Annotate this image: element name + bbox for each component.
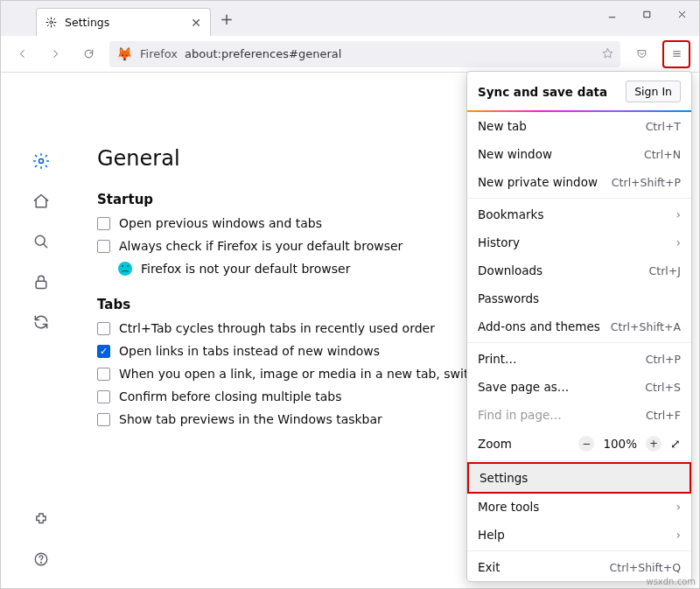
help-icon[interactable] xyxy=(32,550,51,569)
svg-line-11 xyxy=(44,244,47,248)
url-text: about:preferences#general xyxy=(185,47,595,60)
new-tab-button[interactable]: + xyxy=(214,10,239,28)
pocket-icon[interactable] xyxy=(629,42,654,67)
sync-row: Sync and save data Sign In xyxy=(467,72,691,112)
app-menu-button[interactable] xyxy=(664,42,689,67)
close-button[interactable] xyxy=(664,1,699,27)
titlebar: Settings ✕ + xyxy=(1,1,699,36)
menu-addons[interactable]: Add-ons and themesCtrl+Shift+A xyxy=(467,312,691,340)
url-bar[interactable]: 🦊 Firefox about:preferences#general xyxy=(109,41,620,67)
zoom-value: 100% xyxy=(603,437,637,451)
menu-new-tab[interactable]: New tabCtrl+T xyxy=(467,112,691,140)
menu-settings[interactable]: Settings xyxy=(467,462,691,494)
sad-face-icon xyxy=(118,262,132,276)
window-controls xyxy=(594,1,699,27)
zoom-out-button[interactable]: − xyxy=(578,436,594,452)
menu-find-in-page: Find in page…Ctrl+F xyxy=(467,401,691,429)
tab-close-icon[interactable]: ✕ xyxy=(191,16,201,30)
extensions-icon[interactable] xyxy=(32,509,51,529)
menu-bookmarks[interactable]: Bookmarks› xyxy=(467,200,691,228)
maximize-button[interactable] xyxy=(629,1,664,27)
preferences-sidebar xyxy=(1,73,81,588)
lock-icon[interactable] xyxy=(32,272,51,291)
app-menu-button-highlight xyxy=(662,40,690,68)
bookmark-star-icon[interactable] xyxy=(602,47,613,61)
svg-point-9 xyxy=(39,159,44,164)
chevron-right-icon: › xyxy=(676,528,681,542)
url-prefix: Firefox xyxy=(140,47,178,60)
svg-rect-12 xyxy=(36,281,46,288)
back-button[interactable] xyxy=(10,42,34,67)
firefox-icon: 🦊 xyxy=(116,46,133,62)
menu-save-page[interactable]: Save page as…Ctrl+S xyxy=(467,373,691,401)
menu-print[interactable]: Print…Ctrl+P xyxy=(467,345,691,373)
menu-new-window[interactable]: New windowCtrl+N xyxy=(467,140,691,168)
zoom-in-button[interactable]: + xyxy=(646,436,662,452)
fullscreen-icon[interactable]: ⤢ xyxy=(670,437,681,451)
sync-label: Sync and save data xyxy=(478,85,607,99)
navigation-toolbar: 🦊 Firefox about:preferences#general xyxy=(1,36,699,73)
svg-rect-2 xyxy=(644,11,650,18)
menu-help[interactable]: Help› xyxy=(467,521,691,549)
firefox-window: Settings ✕ + 🦊 Firefox about:preferences… xyxy=(0,0,700,589)
reload-button[interactable] xyxy=(76,42,101,67)
svg-point-14 xyxy=(41,562,42,563)
menu-zoom: Zoom − 100% + ⤢ xyxy=(467,429,691,459)
forward-button[interactable] xyxy=(43,42,67,67)
watermark: wsxdn.com xyxy=(646,577,696,586)
svg-point-0 xyxy=(50,20,52,23)
app-menu-panel: Sync and save data Sign In New tabCtrl+T… xyxy=(466,71,692,582)
minimize-button[interactable] xyxy=(594,1,629,27)
sign-in-button[interactable]: Sign In xyxy=(626,81,681,102)
menu-history[interactable]: History› xyxy=(467,228,691,256)
gear-icon[interactable] xyxy=(32,151,51,171)
tab-title: Settings xyxy=(65,16,184,29)
chevron-right-icon: › xyxy=(676,207,681,221)
svg-marker-5 xyxy=(603,48,612,57)
chevron-right-icon: › xyxy=(676,235,681,249)
menu-new-private-window[interactable]: New private windowCtrl+Shift+P xyxy=(467,168,691,196)
chevron-right-icon: › xyxy=(676,500,681,514)
search-icon[interactable] xyxy=(32,232,51,251)
browser-tab[interactable]: Settings ✕ xyxy=(36,8,211,36)
menu-passwords[interactable]: Passwords xyxy=(467,284,691,312)
home-icon[interactable] xyxy=(32,192,51,211)
menu-downloads[interactable]: DownloadsCtrl+J xyxy=(467,256,691,284)
gear-icon xyxy=(46,17,58,29)
menu-more-tools[interactable]: More tools› xyxy=(467,493,691,521)
sync-icon[interactable] xyxy=(32,312,51,332)
